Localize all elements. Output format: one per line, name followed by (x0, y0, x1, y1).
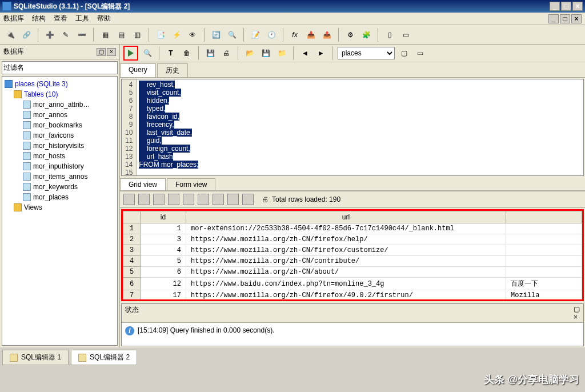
tree-table-item[interactable]: mor_items_annos (5, 171, 115, 182)
new-tab-icon[interactable]: ▢ (397, 46, 411, 60)
child-close-button[interactable]: × (571, 14, 582, 23)
edit-table-icon[interactable]: ▤ (114, 28, 128, 42)
explain-icon[interactable]: 🔍 (141, 46, 154, 60)
next-page-button[interactable] (227, 194, 239, 205)
tree-table-item[interactable]: mor_historyvisits (5, 141, 115, 151)
tree-tables-node[interactable]: Tables (10) (5, 89, 115, 99)
tree-views-node[interactable]: Views (5, 202, 115, 213)
menu-tools[interactable]: 工具 (75, 14, 89, 23)
tile-icon[interactable]: ▯ (383, 28, 396, 42)
folder-icon (14, 203, 22, 211)
menubar: 数据库 结构 查看 工具 帮助 _ □ × (0, 13, 585, 25)
export-icon[interactable]: 📤 (320, 28, 334, 42)
format-bold-icon[interactable]: T (164, 46, 178, 60)
column-header-extra[interactable] (506, 211, 582, 223)
print-icon[interactable]: 🖨 (219, 46, 233, 60)
clear-icon[interactable]: 🗑 (180, 46, 194, 60)
view-icon[interactable]: 👁 (186, 28, 199, 42)
sidebar-close-button[interactable]: × (107, 48, 116, 56)
refresh-result-button[interactable] (123, 194, 135, 205)
menu-view[interactable]: 查看 (54, 14, 67, 23)
search-icon[interactable]: 🔍 (225, 28, 239, 42)
prev-page-button[interactable] (213, 194, 224, 205)
prev-icon[interactable]: ◄ (298, 46, 312, 60)
bottom-tab-1[interactable]: SQL编辑器 1 (2, 350, 69, 365)
edit-db-icon[interactable]: ✎ (59, 28, 73, 42)
tab-grid-view[interactable]: Grid view (120, 178, 166, 190)
remove-db-icon[interactable]: ➖ (75, 28, 89, 42)
menu-structure[interactable]: 结构 (32, 14, 46, 23)
status-close-button[interactable]: × (574, 313, 580, 321)
index-icon[interactable]: 📑 (154, 28, 167, 42)
table-row[interactable]: 612https://www.baidu.com/index.php?tn=mo… (123, 278, 582, 290)
rollback-button[interactable] (183, 194, 194, 205)
run-query-button[interactable] (123, 46, 138, 61)
config-icon[interactable]: ⚙ (343, 28, 357, 42)
result-grid[interactable]: id url 11mor-extension://2c533b38-4504-4… (121, 209, 584, 301)
status-float-button[interactable]: ▢ (574, 305, 580, 313)
next-icon[interactable]: ► (314, 46, 328, 60)
tree-table-item[interactable]: mor_places (5, 192, 115, 202)
connect-icon[interactable]: 🔌 (3, 28, 17, 42)
status-title: 状态 (125, 305, 139, 321)
save-as-icon[interactable]: 💾 (259, 46, 273, 60)
commit-button[interactable] (168, 194, 179, 205)
table-row[interactable]: 717https://www.mozilla.org/zh-CN/firefox… (123, 290, 582, 301)
maximize-button[interactable]: □ (561, 2, 571, 11)
disconnect-icon[interactable]: 🔗 (19, 28, 33, 42)
refresh-icon[interactable]: 🔄 (209, 28, 223, 42)
child-maximize-button[interactable]: □ (560, 14, 570, 23)
tree-table-item[interactable]: mor_hosts (5, 151, 115, 161)
bottom-tab-2[interactable]: SQL编辑器 2 (71, 350, 137, 365)
tree-table-item[interactable]: mor_favicons (5, 130, 115, 141)
minimize-button[interactable]: _ (550, 2, 560, 11)
history-icon[interactable]: 🕐 (265, 28, 278, 42)
tree-table-item[interactable]: mor_anno_attrib… (5, 99, 115, 110)
sql-editor[interactable]: 456789101112131415 rev_host, visit_count… (121, 79, 584, 176)
tree-table-item[interactable]: mor_annos (5, 110, 115, 120)
first-page-button[interactable] (198, 194, 209, 205)
load-icon[interactable]: 📂 (243, 46, 257, 60)
table-row[interactable]: 34https://www.mozilla.org/zh-CN/firefox/… (123, 245, 582, 256)
db-tree[interactable]: places (SQLite 3) Tables (10) mor_anno_a… (2, 76, 118, 346)
sidebar: 数据库 ▢ × 过滤名 places (SQLite 3) Tables (10… (0, 45, 120, 347)
sql-editor-icon[interactable]: 📝 (249, 28, 262, 42)
database-select[interactable]: places (338, 47, 395, 59)
tree-db-node[interactable]: places (SQLite 3) (5, 79, 115, 89)
table-row[interactable]: 56https://www.mozilla.org/zh-CN/about/ (123, 267, 582, 278)
delete-row-button[interactable] (153, 194, 165, 205)
table-icon[interactable]: ▦ (98, 28, 112, 42)
table-row[interactable]: 11mor-extension://2c533b38-4504-4f02-85d… (123, 223, 582, 234)
table-icon (23, 162, 31, 170)
save-icon[interactable]: 💾 (203, 46, 217, 60)
add-row-button[interactable] (138, 194, 150, 205)
table-row[interactable]: 23https://www.mozilla.org/zh-CN/firefox/… (123, 234, 582, 245)
column-header-url[interactable]: url (186, 211, 506, 223)
tree-table-item[interactable]: mor_bookmarks (5, 120, 115, 130)
last-page-button[interactable] (242, 194, 254, 205)
tab-history[interactable]: 历史 (157, 63, 188, 77)
tab-form-view[interactable]: Form view (167, 178, 215, 190)
fx-icon[interactable]: fx (288, 28, 302, 42)
close-button[interactable]: × (572, 2, 583, 11)
menu-help[interactable]: 帮助 (97, 14, 111, 23)
result-tab-icon[interactable]: ▭ (413, 46, 427, 60)
filter-input[interactable]: 过滤名 (2, 61, 118, 74)
sidebar-float-button[interactable]: ▢ (97, 48, 106, 56)
watermark: 头条 @分享电脑学习 (484, 373, 579, 386)
cascade-icon[interactable]: ▭ (399, 28, 412, 42)
column-header-id[interactable]: id (141, 211, 186, 223)
tree-table-item[interactable]: mor_keywords (5, 182, 115, 192)
open-folder-icon[interactable]: 📁 (275, 46, 289, 60)
tree-table-item[interactable]: mor_inputhistory (5, 161, 115, 171)
drop-table-icon[interactable]: ▥ (130, 28, 144, 42)
menu-database[interactable]: 数据库 (3, 14, 24, 23)
extension-icon[interactable]: 🧩 (359, 28, 373, 42)
add-db-icon[interactable]: ➕ (43, 28, 57, 42)
child-minimize-button[interactable]: _ (548, 14, 559, 23)
main-toolbar: 🔌 🔗 ➕ ✎ ➖ ▦ ▤ ▥ 📑 ⚡ 👁 🔄 🔍 📝 🕐 fx 📥 📤 ⚙ 🧩… (0, 25, 585, 45)
trigger-icon[interactable]: ⚡ (170, 28, 183, 42)
import-icon[interactable]: 📥 (304, 28, 318, 42)
table-row[interactable]: 45https://www.mozilla.org/zh-CN/contribu… (123, 256, 582, 267)
tab-query[interactable]: Query (120, 63, 156, 77)
